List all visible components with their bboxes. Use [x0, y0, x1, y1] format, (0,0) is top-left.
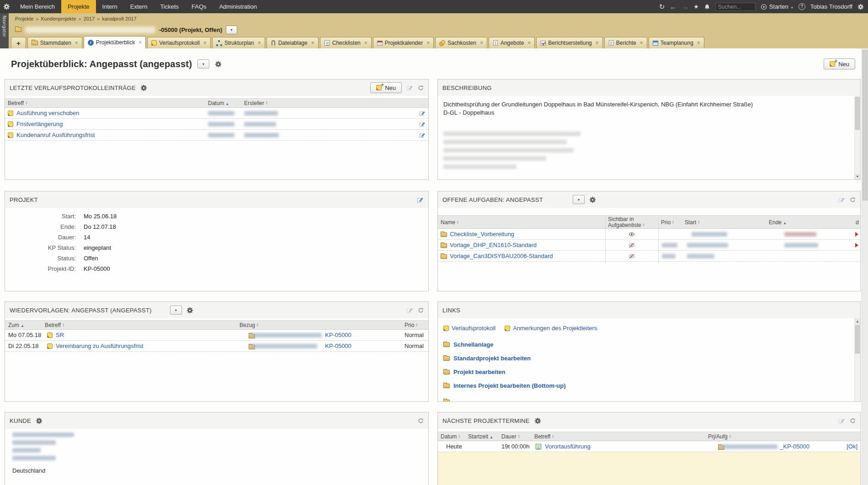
- tab-sachkosten[interactable]: Sachkosten: [435, 37, 487, 48]
- eye-icon[interactable]: [628, 231, 635, 237]
- gear-icon[interactable]: [140, 84, 147, 91]
- notifications-bell-icon[interactable]: [704, 4, 710, 10]
- view-dropdown-button[interactable]: [170, 306, 182, 315]
- tab-dateiablage[interactable]: Dateiablage: [266, 37, 319, 48]
- scrollbar-thumb[interactable]: [863, 50, 868, 200]
- refresh-icon[interactable]: [418, 307, 424, 313]
- forward-icon[interactable]: [682, 3, 688, 10]
- tab-close-icon[interactable]: [258, 40, 261, 46]
- scroll-down-icon[interactable]: [855, 174, 860, 179]
- anmerkungen-link[interactable]: Anmerkungen des Projektleiters: [513, 325, 597, 332]
- breadcrumb-link[interactable]: kanalprofi 2017: [102, 16, 136, 21]
- edit-icon[interactable]: [419, 110, 426, 116]
- scroll-up-icon[interactable]: [855, 318, 860, 324]
- view-dropdown-button[interactable]: [197, 59, 209, 69]
- breadcrumb-link[interactable]: 2017: [84, 16, 95, 21]
- sort-icon[interactable]: [552, 434, 554, 438]
- edit-icon[interactable]: [419, 121, 426, 127]
- tab-close-icon[interactable]: [138, 39, 142, 46]
- back-icon[interactable]: [670, 3, 676, 10]
- tab-close-icon[interactable]: [640, 40, 643, 46]
- tab-close-icon[interactable]: [480, 40, 483, 46]
- tab-angebote[interactable]: Angebote: [489, 37, 535, 48]
- sort-icon[interactable]: [256, 323, 259, 327]
- panel-scrollbar[interactable]: [854, 96, 860, 179]
- gear-icon[interactable]: [534, 417, 541, 424]
- standardprojekt-link[interactable]: Standardprojekt bearbeiten: [453, 355, 531, 362]
- tab-close-icon[interactable]: [697, 40, 700, 46]
- breadcrumb-link[interactable]: Kundenprojekte: [41, 16, 76, 21]
- refresh-icon[interactable]: [850, 418, 856, 424]
- tab-close-icon[interactable]: [364, 40, 367, 46]
- sort-asc-icon[interactable]: [225, 99, 229, 109]
- nav-administration[interactable]: Administration: [213, 0, 263, 13]
- tab-berichtserstellung[interactable]: Berichtserstellung: [536, 37, 602, 48]
- tab-close-icon[interactable]: [527, 40, 531, 46]
- edit-icon[interactable]: [838, 196, 845, 203]
- gear-icon[interactable]: [589, 196, 596, 203]
- sort-icon[interactable]: [266, 101, 268, 105]
- aufgabe-link[interactable]: Checkliste_Vorbereitung: [450, 229, 514, 240]
- sort-icon[interactable]: [458, 434, 460, 438]
- refresh-icon[interactable]: [418, 418, 424, 424]
- tab-add[interactable]: +: [11, 37, 26, 48]
- sort-icon[interactable]: [62, 323, 64, 327]
- termin-status-link[interactable]: [Ok]: [847, 441, 857, 452]
- user-menu[interactable]: Tobias Trosdorff: [810, 3, 852, 10]
- sort-icon[interactable]: [415, 323, 418, 327]
- tab-close-icon[interactable]: [596, 40, 599, 46]
- sort-icon[interactable]: [672, 220, 674, 224]
- sort-icon[interactable]: [518, 434, 520, 438]
- edit-icon[interactable]: [417, 196, 424, 203]
- project-id-link[interactable]: KP-05000: [325, 330, 351, 341]
- nav-intern[interactable]: Intern: [96, 0, 124, 13]
- neu-button[interactable]: Neu: [824, 58, 855, 69]
- edit-icon[interactable]: [406, 84, 413, 91]
- navigator-strip[interactable]: Navigator: [0, 13, 9, 48]
- eye-off-icon[interactable]: [628, 242, 635, 248]
- breadcrumb-link[interactable]: Projekte: [15, 16, 33, 21]
- sort-icon[interactable]: [698, 220, 700, 224]
- sort-icon[interactable]: [643, 223, 645, 227]
- protokoll-entry-link[interactable]: Ausführung verschoben: [16, 108, 79, 119]
- scrollbar-thumb[interactable]: [855, 97, 860, 130]
- protokoll-entry-link[interactable]: Kundenanruf Ausführungsfrist: [16, 130, 95, 141]
- aufgabe-link[interactable]: Vorlage_Can3DISYBAU2006-Standard: [450, 251, 553, 262]
- nav-mein-bereich[interactable]: Mein Bereich: [14, 0, 61, 13]
- tab-strukturplan[interactable]: Strukturplan: [212, 37, 265, 48]
- starten-menu[interactable]: Starten: [761, 3, 793, 10]
- wiedervorlage-link[interactable]: Vereinbarung zu Ausführungsfrist: [56, 341, 144, 352]
- page-scrollbar[interactable]: [862, 48, 868, 485]
- view-dropdown-button[interactable]: [573, 195, 585, 204]
- projekt-bearbeiten-link[interactable]: Projekt bearbeiten: [453, 369, 505, 375]
- tab-close-icon[interactable]: [75, 40, 78, 46]
- project-id-link[interactable]: KP-05000: [325, 341, 351, 352]
- sort-icon[interactable]: [457, 220, 459, 224]
- panel-scrollbar[interactable]: [854, 318, 860, 401]
- search-input[interactable]: [715, 3, 756, 11]
- settings-gear-icon[interactable]: [857, 4, 864, 10]
- tab-stammdaten[interactable]: Stammdaten: [27, 37, 82, 48]
- wiedervorlage-link[interactable]: SR: [56, 330, 64, 341]
- aufgabe-link[interactable]: Vorlage_DHP_EN1610-Standard: [450, 240, 537, 251]
- sort-asc-icon[interactable]: [490, 432, 493, 442]
- schnellanlage-link[interactable]: Schnellanlage: [453, 341, 493, 348]
- tab-berichte[interactable]: Berichte: [604, 37, 647, 48]
- project-ref-link[interactable]: _KP-05000: [780, 441, 809, 452]
- nav-tickets[interactable]: Tickets: [154, 0, 185, 13]
- gear-icon[interactable]: [36, 417, 43, 424]
- tab-close-icon[interactable]: [426, 40, 430, 46]
- tab-close-icon[interactable]: [311, 40, 314, 46]
- edit-icon[interactable]: [419, 132, 426, 138]
- sort-asc-icon[interactable]: [21, 321, 24, 331]
- tab-projektueberblick[interactable]: Projektüberblick: [84, 36, 146, 48]
- neu-button[interactable]: Neu: [370, 82, 402, 93]
- termin-link[interactable]: Vorortausführung: [545, 441, 591, 452]
- nav-projekte[interactable]: Projekte: [61, 0, 96, 13]
- tab-verlaufsprotokoll[interactable]: Verlaufsprotokoll: [147, 37, 211, 48]
- sync-icon[interactable]: [659, 3, 665, 10]
- sort-icon[interactable]: [729, 434, 731, 438]
- refresh-icon[interactable]: [850, 197, 856, 203]
- tab-projektkalender[interactable]: Projektkalender: [373, 37, 434, 48]
- tab-checklisten[interactable]: Checklisten: [320, 37, 372, 48]
